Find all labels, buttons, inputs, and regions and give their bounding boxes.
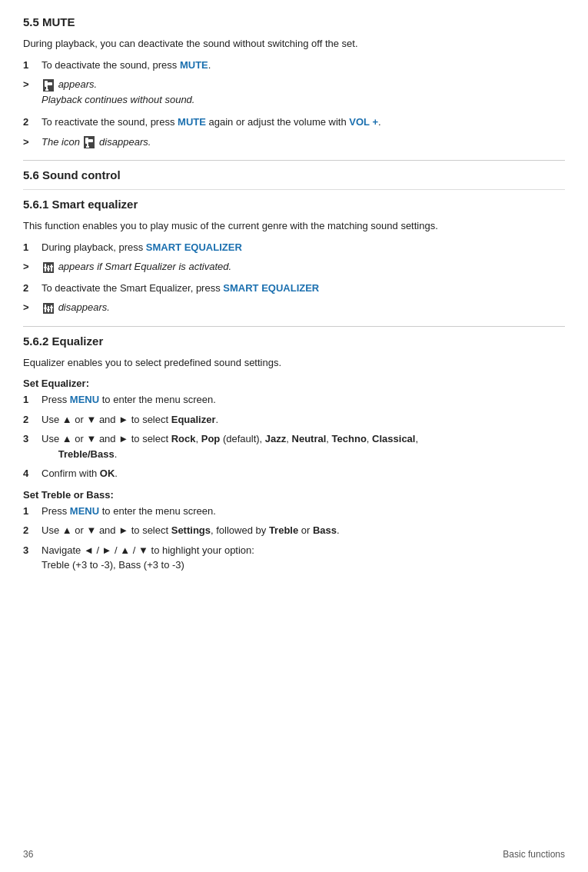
set-eq-step-num-1: 1 [23, 392, 42, 408]
disappears-text: disappears. [99, 136, 151, 148]
eq-icon-1 [43, 262, 54, 273]
set-eq-step-num-4: 4 [23, 466, 42, 481]
keyword-vol-plus: VOL + [349, 116, 378, 128]
set-treble-step-1-content: Press MENU to enter the menu screen. [42, 504, 565, 519]
keyword-smart-eq-2: SMART EQUALIZER [223, 282, 319, 294]
playback-continues-text: Playback continues without sound. [42, 94, 194, 105]
set-treble-step-3: 3 Navigate ◄ / ► / ▲ / ▼ to highlight yo… [23, 543, 565, 573]
treble-text: Treble [269, 524, 298, 536]
step-2-content: To reactivate the sound, press MUTE agai… [42, 115, 565, 130]
svg-rect-20 [51, 305, 52, 312]
set-eq-step-2: 2 Use ▲ or ▼ and ► to select Equalizer. [23, 412, 565, 428]
arrow-indicator-2: > [23, 135, 42, 150]
set-treble-label: Set Treble or Bass: [23, 489, 565, 501]
step-5-5-2-result: > The icon disappears. [23, 135, 565, 150]
settings-text: Settings [171, 524, 211, 536]
keyword-smart-eq-1: SMART EQUALIZER [146, 241, 242, 253]
set-treble-step-num-2: 2 [23, 523, 42, 538]
section-5-5-intro: During playback, you can deactivate the … [23, 36, 565, 52]
step-num-1: 1 [23, 240, 42, 255]
set-treble-step-2-content: Use ▲ or ▼ and ► to select Settings, fol… [42, 523, 565, 538]
section-5-6-1-title: 5.6.1 Smart equalizer [23, 198, 565, 211]
keyword-mute-2: MUTE [178, 116, 206, 128]
set-treble-step-2: 2 Use ▲ or ▼ and ► to select Settings, f… [23, 523, 565, 538]
section-5-6-2: 5.6.2 Equalizer Equalizer enables you to… [23, 334, 565, 573]
svg-rect-4 [45, 89, 48, 91]
divider-5-6-1-2 [23, 326, 565, 327]
keyword-menu-2: MENU [70, 505, 99, 517]
step-5-5-1-result: > appears. Playback continues without so… [23, 77, 565, 107]
eq-disappears-desc: disappears. [58, 301, 110, 313]
arrow-down-3: ▼ [86, 524, 96, 536]
jazz-text: Jazz [265, 433, 286, 444]
step-5-6-1-1-result: > appears if Smart Equalizer is activate… [23, 259, 565, 275]
arrow-down-2: ▼ [86, 433, 96, 444]
arrow-down-1: ▼ [86, 414, 96, 425]
arrow-right-2: ► [118, 433, 128, 444]
set-eq-step-1: 1 Press MENU to enter the menu screen. [23, 392, 565, 408]
the-icon-text: The icon [42, 136, 82, 148]
set-treble-step-num-1: 1 [23, 504, 42, 519]
appears-text: appears. [58, 78, 98, 90]
step-result-text: appears. Playback continues without soun… [42, 77, 565, 107]
keyword-menu-1: MENU [70, 394, 99, 405]
set-treble-step-3-content: Navigate ◄ / ► / ▲ / ▼ to highlight your… [42, 543, 565, 573]
page-footer: 36 Basic functions [23, 849, 565, 860]
set-eq-step-3-content: Use ▲ or ▼ and ► to select Rock, Pop (de… [42, 431, 565, 461]
step-5-6-1-1: 1 During playback, press SMART EQUALIZER [23, 240, 565, 255]
mute-icon-1 [43, 79, 54, 92]
svg-rect-2 [48, 82, 52, 85]
svg-rect-13 [51, 265, 52, 271]
navigate-arrows: ◄ / ► / ▲ / ▼ [84, 544, 148, 556]
svg-rect-22 [47, 309, 50, 311]
set-eq-step-4: 4 Confirm with OK. [23, 466, 565, 481]
step-content: To deactivate the sound, press MUTE. [42, 58, 565, 73]
keyword-mute: MUTE [180, 59, 208, 71]
svg-rect-7 [88, 139, 93, 142]
neutral-text: Neutral [292, 433, 327, 444]
eq-icon-2 [43, 303, 54, 314]
step-num-2b: 2 [23, 281, 42, 296]
eq-disappears-text: disappears. [42, 300, 565, 315]
techno-text: Techno [332, 433, 367, 444]
rock-text: Rock [171, 433, 196, 444]
svg-rect-15 [47, 268, 50, 270]
step-5-6-1-2: 2 To deactivate the Smart Equalizer, pre… [23, 281, 565, 296]
section-5-6-2-intro: Equalizer enables you to select predefin… [23, 355, 565, 371]
eq-appears-text: appears if Smart Equalizer is activated. [42, 259, 565, 275]
pop-text: Pop [201, 433, 221, 444]
divider-5-6 [23, 189, 565, 190]
section-5-6-2-title: 5.6.2 Equalizer [23, 334, 565, 348]
svg-rect-6 [85, 138, 88, 144]
arrow-3: > [23, 259, 42, 275]
arrow-right-1: ► [118, 414, 128, 425]
set-eq-step-3: 3 Use ▲ or ▼ and ► to select Rock, Pop (… [23, 431, 565, 461]
set-eq-step-4-content: Confirm with OK. [42, 466, 565, 481]
eq-appears-desc: appears if Smart Equalizer is activated. [58, 261, 231, 272]
page-number: 36 [23, 849, 33, 860]
arrow-4: > [23, 300, 42, 315]
mute-icon-2 [84, 136, 95, 148]
svg-rect-1 [45, 81, 48, 87]
section-5-6: 5.6 Sound control [23, 168, 565, 181]
section-5-6-1-intro: This function enables you to play music … [23, 218, 565, 234]
footer-label: Basic functions [503, 849, 565, 860]
arrow-right-3: ► [118, 524, 128, 536]
arrow-up-1: ▲ [62, 414, 72, 425]
treble-bass-text: Treble/Bass [58, 448, 115, 460]
treble-bass-range-text: Treble (+3 to -3), Bass (+3 to -3) [42, 559, 184, 571]
svg-rect-9 [86, 146, 89, 148]
step-5-6-1-2-result: > disappears. [23, 300, 565, 315]
divider-5-5-5-6 [23, 160, 565, 161]
step-5-5-1: 1 To deactivate the sound, press MUTE. [23, 58, 565, 73]
step-num-2: 2 [23, 115, 42, 130]
svg-rect-16 [50, 266, 53, 268]
step-2b-content: To deactivate the Smart Equalizer, press… [42, 281, 565, 296]
step-1-content: During playback, press SMART EQUALIZER [42, 240, 565, 255]
bass-text: Bass [313, 524, 337, 536]
step-num: 1 [23, 58, 42, 73]
section-5-6-1: 5.6.1 Smart equalizer This function enab… [23, 198, 565, 315]
set-eq-step-2-content: Use ▲ or ▼ and ► to select Equalizer. [42, 412, 565, 428]
set-eq-step-1-content: Press MENU to enter the menu screen. [42, 392, 565, 408]
svg-rect-21 [44, 308, 47, 309]
